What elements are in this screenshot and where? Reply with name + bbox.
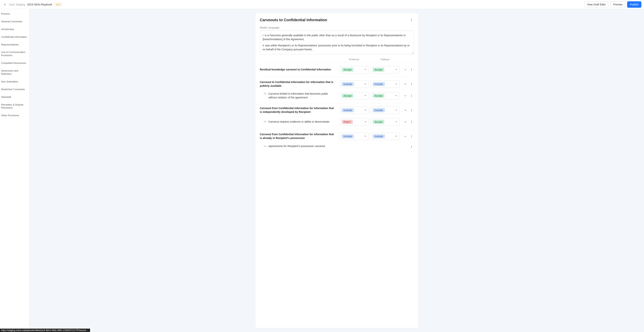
publish-button[interactable]: Publish — [627, 1, 641, 8]
sidebar-item-compelled-disclosures[interactable]: Compelled Disclosures — [0, 59, 29, 67]
chevron-down-icon — [404, 68, 407, 71]
partial-clause-text: equirements for Recipient's possession c… — [260, 145, 339, 149]
sidebar-item-restrictive-covenants[interactable]: Restrictive Covenants — [0, 86, 29, 93]
preferred-pill: Accept — [342, 94, 354, 98]
row-more-button[interactable] — [409, 145, 414, 149]
row-actions — [400, 134, 414, 139]
more-vertical-icon — [410, 83, 413, 86]
row-actions — [400, 67, 414, 72]
svg-point-23 — [411, 147, 412, 148]
clause-text: Carveout from Confidential Information f… — [260, 107, 339, 114]
row-more-button[interactable] — [409, 94, 414, 98]
more-vertical-icon — [410, 145, 413, 148]
preferred-select[interactable]: Include — [340, 80, 369, 88]
row-actions — [400, 120, 414, 124]
sidebar-item-standstill[interactable]: Standstill — [0, 93, 29, 101]
sidebar-item-general-comments[interactable]: General Comments — [0, 18, 29, 26]
row-more-button[interactable] — [409, 108, 414, 113]
chevron-down-icon — [395, 135, 398, 137]
row-more-button[interactable] — [409, 134, 414, 139]
chevron-down-icon — [364, 135, 367, 137]
expand-row-button[interactable] — [403, 94, 408, 98]
preferred-select[interactable]: Include — [340, 107, 369, 114]
chevron-down-icon — [404, 95, 407, 97]
more-vertical-icon — [410, 135, 413, 138]
svg-point-0 — [411, 19, 412, 19]
chevron-down-icon — [364, 68, 367, 71]
expand-row-button[interactable] — [403, 120, 408, 124]
chevron-down-icon — [404, 109, 407, 112]
svg-point-16 — [411, 122, 412, 122]
clause-row: Carveout from Confidential Information f… — [260, 103, 414, 117]
more-vertical-icon — [410, 109, 413, 112]
svg-point-11 — [411, 96, 412, 97]
sidebar-item-confidential-information[interactable]: Confidential Information — [0, 33, 29, 41]
more-vertical-icon — [410, 94, 413, 97]
chevron-down-icon — [395, 68, 398, 71]
breadcrumb-org: Cain Staging — [9, 3, 25, 6]
preferred-select[interactable]: Reject — [340, 118, 369, 126]
svg-point-21 — [411, 146, 412, 146]
preferred-select[interactable]: Accept — [340, 92, 369, 100]
row-actions — [400, 145, 414, 149]
browser-status-bar: https://staging.ontra.cc/playbooks/48ee2… — [0, 328, 90, 332]
preferred-select[interactable]: Include — [340, 133, 369, 140]
clause-card: Carveouts to Confidential Information Mo… — [255, 13, 418, 328]
chevron-down-icon — [395, 120, 398, 123]
model-language-para-2: ii. was within Recipient's or its Repres… — [263, 44, 411, 52]
fallback-select[interactable]: Include — [370, 80, 400, 88]
fallback-select[interactable]: Accept — [370, 66, 400, 73]
svg-point-8 — [411, 85, 412, 85]
row-more-button[interactable] — [409, 82, 414, 86]
svg-point-9 — [411, 95, 412, 95]
sidebar-item-use-communication[interactable]: Use & Communication Provisions — [0, 49, 29, 59]
preferred-pill: Include — [342, 134, 354, 138]
sidebar-item-non-solicitation[interactable]: Non-Solicitation — [0, 78, 29, 86]
fallback-pill: Accept — [373, 94, 384, 98]
card-title: Carveouts to Confidential Information — [260, 18, 327, 22]
svg-point-20 — [411, 137, 412, 137]
svg-point-12 — [411, 109, 412, 110]
fallback-pill: Accept — [373, 120, 384, 124]
sidebar-item-introductory[interactable]: Introductory — [0, 26, 29, 33]
sidebar-item-representatives[interactable]: Representatives — [0, 41, 29, 49]
svg-point-4 — [411, 70, 412, 70]
preview-button[interactable]: Preview — [610, 1, 625, 8]
view-draft-edits-button[interactable]: View Draft Edits — [584, 1, 608, 8]
sidebar-item-destruction-retention[interactable]: Destruction and Retention — [0, 67, 29, 78]
expand-row-button[interactable] — [403, 82, 408, 86]
svg-point-14 — [411, 111, 412, 111]
card-more-button[interactable] — [409, 18, 414, 22]
sidebar-item-other-provisions[interactable]: Other Provisions — [0, 112, 29, 119]
fallback-select[interactable]: Include — [370, 133, 400, 140]
expand-row-button[interactable] — [403, 68, 408, 72]
fallback-select[interactable]: Accept — [370, 92, 400, 100]
sidebar-item-process[interactable]: Process — [0, 10, 29, 18]
partial-clause-row: equirements for Recipient's possession c… — [260, 143, 414, 150]
chevron-down-icon — [364, 120, 367, 123]
expand-row-button[interactable] — [403, 108, 408, 112]
sub-clause-text: Carveout limited to information that bec… — [260, 92, 339, 99]
preferred-pill: Accept — [342, 68, 354, 72]
row-actions — [400, 108, 414, 113]
svg-point-10 — [411, 96, 412, 96]
main-layout: Process General Comments Introductory Co… — [0, 9, 644, 332]
chevron-down-icon — [395, 109, 398, 111]
fallback-pill: Accept — [373, 68, 384, 72]
chevron-down-icon — [364, 109, 367, 111]
preferred-select[interactable]: Accept — [340, 66, 369, 73]
clause-row: Carveout from Confidential Information f… — [260, 129, 414, 143]
expand-row-button[interactable] — [403, 134, 408, 138]
back-button[interactable] — [3, 2, 7, 7]
sidebar-item-remedies-dispute[interactable]: Remedies & Dispute Resolution — [0, 101, 29, 112]
row-more-button[interactable] — [409, 120, 414, 124]
svg-point-19 — [411, 136, 412, 137]
model-language-textarea[interactable]: i. is or becomes generally available to … — [260, 31, 414, 54]
clause-text: Carveout from Confidential Information f… — [260, 133, 339, 140]
svg-point-2 — [411, 21, 412, 21]
row-more-button[interactable] — [409, 67, 414, 72]
fallback-pill: Include — [373, 108, 385, 112]
fallback-select[interactable]: Accept — [370, 118, 400, 126]
preferred-pill: Include — [342, 108, 354, 112]
fallback-select[interactable]: Include — [370, 107, 400, 114]
